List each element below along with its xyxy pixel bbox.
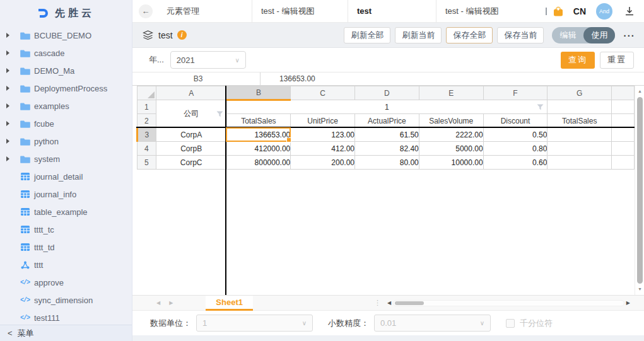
cell-g4[interactable] [547,142,612,156]
user-avatar[interactable]: And [596,3,612,20]
column-header-b-selected[interactable]: B [226,86,291,100]
sidebar-item-tttt-tc[interactable]: tttt_tc [0,221,132,238]
cell-e3[interactable]: 2222.00 [419,128,483,142]
sidebar-item-table-example[interactable]: table_example [0,203,132,221]
cell-h1[interactable] [612,100,635,114]
cell-a1-company-header[interactable]: 公司 [156,100,226,128]
refresh-all-button[interactable]: 刷新全部 [344,27,390,43]
cell-h3[interactable] [612,128,635,142]
sidebar-item-deploymentprocess[interactable]: DeploymentProcess [0,79,132,97]
cell-g2-measure[interactable]: TotalSales [547,114,612,128]
row-header-4[interactable]: 4 [138,142,156,156]
filter-funnel-icon[interactable] [537,104,544,110]
sidebar-item-demo-ma[interactable]: DEMO_Ma [0,62,132,79]
edit-use-toggle[interactable]: 编辑 使用 [552,27,615,43]
cell-b4[interactable]: 412000.00 [226,142,291,156]
cell-c4[interactable]: 412.00 [291,142,355,156]
back-button[interactable]: ← [139,4,153,18]
column-header-c[interactable]: C [291,86,355,100]
expand-caret-icon[interactable] [6,86,20,91]
column-header-g[interactable]: G [547,86,612,100]
save-current-button[interactable]: 保存当前 [497,27,544,43]
sidebar-item-tttt-td[interactable]: tttt_td [0,238,132,256]
row-header-5[interactable]: 5 [138,156,156,170]
sidebar-item-fcube[interactable]: fcube [0,115,132,132]
column-header-d[interactable]: D [355,86,419,100]
sidebar-item-tttt[interactable]: tttt [0,256,132,274]
info-icon[interactable]: i [177,30,187,40]
toggle-edit-option[interactable]: 编辑 [552,27,583,43]
download-icon[interactable] [624,6,635,17]
expand-caret-icon[interactable] [6,139,20,144]
cell-e2-measure[interactable]: SalesVolume [419,114,483,128]
sidebar-item-test111[interactable]: </> test111 [0,309,132,327]
save-all-button[interactable]: 保存全部 [446,27,493,43]
toggle-use-option[interactable]: 使用 [583,27,615,43]
expand-caret-icon[interactable] [6,50,20,55]
expand-caret-icon[interactable] [6,68,20,73]
horizontal-scrollbar-track[interactable] [393,300,624,306]
vertical-scrollbar[interactable]: ▲ ▼ [635,86,644,295]
cell-h4[interactable] [612,142,635,156]
more-options-button[interactable]: ... [619,28,638,42]
sidebar-item-bcube-demo[interactable]: BCUBE_DEMO [0,26,132,44]
column-header-f[interactable]: F [483,86,547,100]
cell-h2[interactable] [612,114,635,128]
cell-a5[interactable]: CorpC [156,156,226,170]
expand-caret-icon[interactable] [6,33,20,38]
scroll-right-arrow-icon[interactable]: ▶ [626,300,630,306]
select-all-corner[interactable] [138,86,156,100]
cell-e4[interactable]: 5000.00 [419,142,483,156]
tab-test-edit-view-1[interactable]: test - 编辑视图 [252,0,348,23]
cell-d2-measure[interactable]: ActualPrice [355,114,419,128]
formula-input[interactable]: 136653.00 [261,72,644,85]
cell-f2-measure[interactable]: Discount [483,114,547,128]
scroll-left-arrow-icon[interactable]: ◀ [387,300,391,306]
refresh-current-button[interactable]: 刷新当前 [395,27,442,43]
expand-caret-icon[interactable] [6,103,20,108]
cell-d5[interactable]: 80.00 [355,156,419,170]
cell-b2-measure[interactable]: TotalSales [226,114,291,128]
vertical-scrollbar-thumb[interactable] [637,97,643,284]
tab-test-active[interactable]: test [348,0,436,23]
expand-caret-icon[interactable] [6,156,20,161]
cell-f5[interactable]: 0.60 [483,156,547,170]
sidebar-item-sync-dimension[interactable]: </> sync_dimension [0,291,132,309]
sidebar-item-approve[interactable]: </> approve [0,274,132,291]
menu-collapse-button[interactable]: < 菜单 [0,325,132,341]
row-header-2[interactable]: 2 [138,114,156,128]
cell-f3[interactable]: 0.50 [483,128,547,142]
tab-test-edit-view-2[interactable]: test - 编辑视图 [436,0,531,23]
language-switch[interactable]: CN [573,6,586,16]
sheet-prev-arrow-icon[interactable]: ◀ [156,300,160,306]
cell-c2-measure[interactable]: UnitPrice [291,114,355,128]
cell-f4[interactable]: 0.80 [483,142,547,156]
column-header-a[interactable]: A [156,86,226,100]
cell-g5[interactable] [547,156,612,170]
sheet-more-icon[interactable]: ⋮ [374,299,381,307]
cell-g1[interactable] [547,100,612,114]
expand-caret-icon[interactable] [6,121,20,126]
row-header-1[interactable]: 1 [138,100,156,114]
cell-d3[interactable]: 61.50 [355,128,419,142]
sidebar-item-system[interactable]: system [0,150,132,168]
sheet-tab-sheet1[interactable]: Sheet1 [206,296,253,311]
cell-g3[interactable] [547,128,612,142]
horizontal-scrollbar[interactable]: ◀ ▶ [387,299,630,307]
cell-b1-group-header[interactable]: 1 [226,100,547,114]
sidebar-item-examples[interactable]: examples [0,97,132,115]
scroll-down-arrow-icon[interactable]: ▼ [635,285,644,294]
scroll-up-arrow-icon[interactable]: ▲ [635,87,644,96]
query-button[interactable]: 查询 [561,52,595,69]
column-header-partial[interactable] [612,86,635,100]
reset-button[interactable]: 重置 [600,52,634,69]
tab-element-management[interactable]: 元素管理 [158,0,252,23]
sheet-next-arrow-icon[interactable]: ▶ [169,300,173,306]
sidebar-item-cascade[interactable]: cascade [0,44,132,62]
year-select[interactable]: 2021 ∨ [170,51,246,69]
cell-b5[interactable]: 800000.00 [226,156,291,170]
cell-c5[interactable]: 200.00 [291,156,355,170]
horizontal-scrollbar-thumb[interactable] [395,301,424,305]
sidebar-item-journal-detail[interactable]: journal_detail [0,168,132,185]
cell-c3[interactable]: 123.00 [291,128,355,142]
